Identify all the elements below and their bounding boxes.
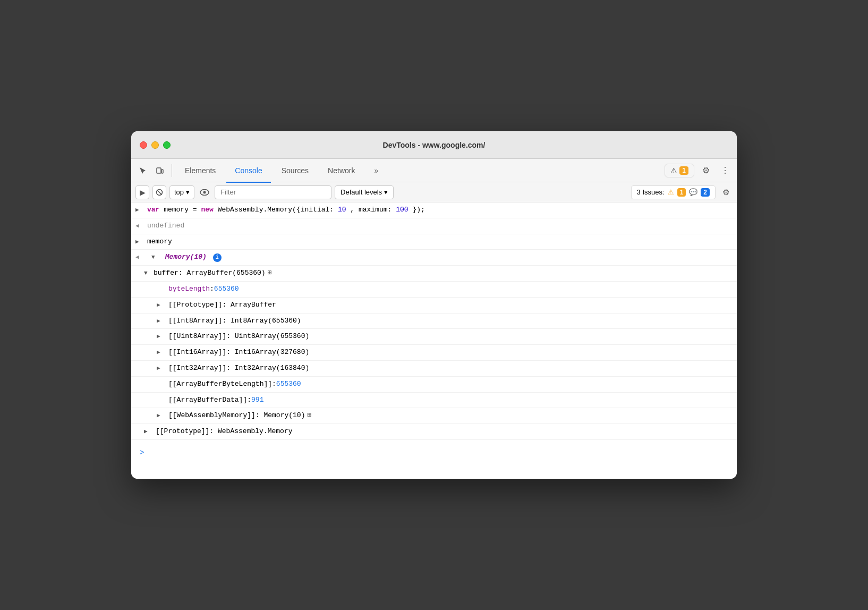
memory-info-icon[interactable]: i — [213, 253, 222, 262]
filter-input[interactable] — [215, 185, 331, 199]
run-button[interactable]: ▶ — [135, 185, 149, 199]
toolbar-right: ⚠ 1 ⚙ ⋮ — [665, 163, 733, 178]
console-line-3: memory — [131, 234, 737, 250]
console-line-abbl: [[ArrayBufferByteLength]]: 655360 — [131, 377, 737, 393]
window-title: DevTools - www.google.com/ — [383, 141, 486, 149]
tab-console[interactable]: Console — [226, 159, 270, 183]
console-line-uint8: [[Uint8Array]]: Uint8Array(655360) — [131, 329, 737, 345]
svg-rect-0 — [157, 168, 161, 173]
buffer-expand[interactable] — [144, 268, 151, 278]
uint8-expand[interactable] — [157, 331, 164, 342]
clear-button[interactable] — [152, 185, 166, 199]
wam-expand[interactable] — [157, 410, 164, 421]
console-line-bytelength: byteLength : 655360 — [131, 282, 737, 298]
console-line-proto-ab: [[Prototype]]: ArrayBuffer — [131, 298, 737, 314]
console-line-wam: [[WebAssemblyMemory]]: Memory(10) ⊞ — [131, 408, 737, 424]
tab-sources[interactable]: Sources — [273, 159, 317, 183]
device-icon[interactable] — [152, 163, 167, 178]
devtools-window: DevTools - www.google.com/ Elements Cons… — [131, 131, 737, 479]
console-prompt-line[interactable]: > — [131, 440, 737, 465]
eye-button[interactable] — [198, 185, 211, 199]
proto-wam-expand[interactable] — [144, 426, 151, 437]
traffic-lights — [140, 141, 171, 149]
more-icon[interactable]: ⋮ — [718, 163, 733, 178]
console-line-2: undefined — [131, 218, 737, 234]
tab-elements[interactable]: Elements — [176, 159, 224, 183]
titlebar: DevTools - www.google.com/ — [131, 131, 737, 159]
context-selector[interactable]: top ▾ — [169, 185, 194, 199]
int16-expand[interactable] — [157, 347, 164, 358]
minimize-button[interactable] — [151, 141, 159, 149]
proto-ab-expand[interactable] — [157, 300, 164, 310]
int8-expand[interactable] — [157, 316, 164, 326]
int32-expand[interactable] — [157, 363, 164, 374]
console-right: 3 Issues: ⚠ 1 💬 2 ⚙ — [631, 185, 733, 199]
console-line-int8: [[Int8Array]]: Int8Array(655360) — [131, 314, 737, 329]
console-prompt[interactable]: > — [135, 444, 148, 461]
levels-dropdown[interactable]: Default levels ▾ — [335, 185, 394, 199]
memory-expand[interactable] — [151, 252, 159, 262]
tab-network[interactable]: Network — [319, 159, 363, 183]
issues-info-count: 2 — [701, 188, 710, 197]
main-toolbar: Elements Console Sources Network » ⚠ 1 ⚙… — [131, 159, 737, 182]
console-line-1: var memory = new WebAssembly.Memory({ini… — [131, 202, 737, 218]
tab-more[interactable]: » — [365, 159, 387, 183]
console-toolbar: ▶ top ▾ Default levels ▾ 3 Issues: ⚠ — [131, 182, 737, 202]
console-line-buffer: buffer: ArrayBuffer(655360) ⊞ — [131, 266, 737, 282]
settings-icon[interactable]: ⚙ — [699, 163, 713, 178]
console-settings-icon[interactable]: ⚙ — [719, 185, 733, 199]
issues-badge[interactable]: ⚠ 1 — [665, 164, 694, 177]
console-line-int16: [[Int16Array]]: Int16Array(327680) — [131, 345, 737, 361]
svg-rect-1 — [161, 170, 163, 173]
close-button[interactable] — [140, 141, 147, 149]
maximize-button[interactable] — [163, 141, 171, 149]
warn-count: 1 — [679, 166, 688, 175]
divider — [172, 164, 172, 177]
expand-arrow-1[interactable] — [135, 205, 143, 215]
expand-arrow-3[interactable] — [135, 236, 143, 247]
issues-warn-count: 1 — [677, 188, 686, 197]
return-arrow-4 — [135, 252, 143, 262]
wam-db-icon: ⊞ — [307, 410, 311, 421]
svg-line-3 — [157, 190, 162, 194]
console-body: var memory = new WebAssembly.Memory({ini… — [131, 202, 737, 479]
return-arrow-2 — [135, 221, 143, 231]
console-line-int32: [[Int32Array]]: Int32Array(163840) — [131, 361, 737, 377]
svg-point-5 — [203, 191, 206, 193]
buffer-db-icon: ⊞ — [268, 268, 272, 279]
console-line-4: Memory(10) i — [131, 250, 737, 266]
console-line-proto-wam: [[Prototype]]: WebAssembly.Memory — [131, 424, 737, 440]
cursor-icon[interactable] — [135, 163, 150, 178]
console-line-abd: [[ArrayBufferData]]: 991 — [131, 393, 737, 409]
issues-bar[interactable]: 3 Issues: ⚠ 1 💬 2 — [631, 185, 716, 199]
